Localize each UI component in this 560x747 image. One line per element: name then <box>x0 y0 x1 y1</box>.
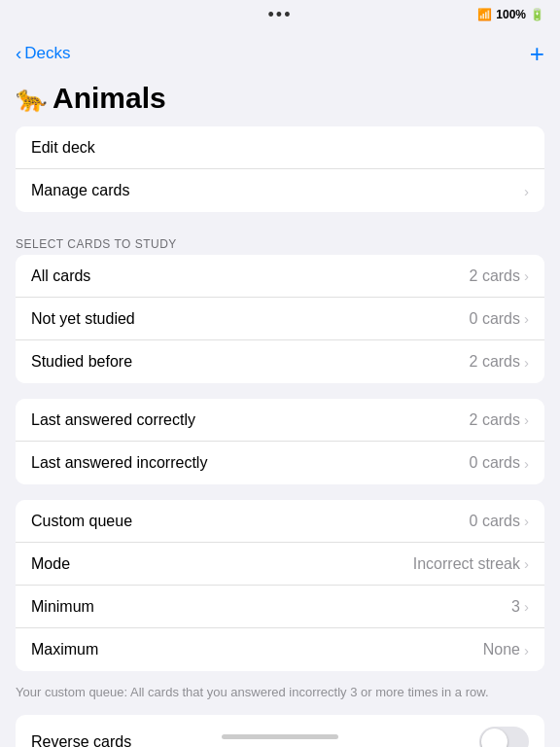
chevron-right-icon: › <box>524 455 529 472</box>
last-answered-correctly-label: Last answered correctly <box>31 411 195 429</box>
manage-cards-right: › <box>524 183 529 199</box>
edit-deck-label: Edit deck <box>31 139 95 157</box>
not-yet-studied-label: Not yet studied <box>31 310 135 328</box>
back-button[interactable]: ‹ Decks <box>16 43 71 64</box>
home-indicator <box>222 734 338 739</box>
custom-queue-right: 0 cards › <box>470 513 529 530</box>
title-emoji: 🐆 <box>16 84 47 114</box>
reverse-cards-row[interactable]: Reverse cards <box>16 715 544 747</box>
chevron-right-icon: › <box>524 183 529 199</box>
battery-icon: 🔋 <box>530 8 544 21</box>
back-chevron-icon: ‹ <box>16 43 21 64</box>
all-cards-row[interactable]: All cards 2 cards › <box>16 255 544 298</box>
top-section: Edit deck Manage cards › <box>16 126 544 212</box>
select-section-label: SELECT CARDS TO STUDY <box>0 231 560 255</box>
not-yet-studied-value: 0 cards <box>470 310 520 328</box>
manage-cards-label: Manage cards <box>31 182 129 199</box>
status-bar: ••• 📶 100% 🔋 <box>0 0 560 29</box>
custom-queue-row[interactable]: Custom queue 0 cards › <box>16 500 544 543</box>
back-label[interactable]: Decks <box>24 44 70 63</box>
wifi-icon: 📶 <box>477 8 492 21</box>
maximum-value: None <box>483 641 520 658</box>
chevron-right-icon: › <box>524 513 529 529</box>
not-yet-studied-right: 0 cards › <box>470 310 529 328</box>
all-cards-value: 2 cards <box>470 267 520 285</box>
maximum-right: None › <box>483 641 529 658</box>
mode-label: Mode <box>31 555 70 573</box>
chevron-right-icon: › <box>524 267 529 284</box>
mode-row[interactable]: Mode Incorrect streak › <box>16 543 544 586</box>
maximum-row[interactable]: Maximum None › <box>16 628 544 671</box>
studied-before-row[interactable]: Studied before 2 cards › <box>16 340 544 383</box>
status-right: 📶 100% 🔋 <box>477 8 544 21</box>
chevron-right-icon: › <box>524 411 529 428</box>
last-answered-correctly-right: 2 cards › <box>470 411 529 429</box>
status-dots: ••• <box>268 5 293 25</box>
studied-before-label: Studied before <box>31 353 132 371</box>
chevron-right-icon: › <box>524 642 529 658</box>
page-title-row: 🐆 Animals <box>0 78 560 126</box>
minimum-label: Minimum <box>31 598 94 616</box>
maximum-label: Maximum <box>31 641 98 658</box>
minimum-row[interactable]: Minimum 3 › <box>16 586 544 628</box>
toggle-knob <box>481 729 508 747</box>
reverse-section: Reverse cards <box>16 715 544 747</box>
studied-before-value: 2 cards <box>470 353 520 371</box>
custom-queue-info: Your custom queue: All cards that you an… <box>0 679 560 707</box>
last-answered-correctly-value: 2 cards <box>470 411 520 429</box>
select-section-label-container: SELECT CARDS TO STUDY <box>0 231 560 255</box>
all-cards-label: All cards <box>31 267 90 285</box>
reverse-cards-label: Reverse cards <box>31 733 131 748</box>
mode-right: Incorrect streak › <box>413 555 529 573</box>
studied-before-right: 2 cards › <box>470 353 529 371</box>
answer-section: Last answered correctly 2 cards › Last a… <box>16 399 544 484</box>
last-answered-incorrectly-value: 0 cards <box>470 454 520 472</box>
last-answered-correctly-row[interactable]: Last answered correctly 2 cards › <box>16 399 544 442</box>
reverse-cards-toggle-container <box>479 727 529 747</box>
select-section: All cards 2 cards › Not yet studied 0 ca… <box>16 255 544 383</box>
minimum-value: 3 <box>511 598 520 616</box>
reverse-cards-toggle[interactable] <box>479 727 529 747</box>
spacer2 <box>0 391 560 399</box>
chevron-right-icon: › <box>524 555 529 572</box>
manage-cards-row[interactable]: Manage cards › <box>16 169 544 212</box>
spacer3 <box>0 492 560 500</box>
chevron-right-icon: › <box>524 598 529 615</box>
not-yet-studied-row[interactable]: Not yet studied 0 cards › <box>16 298 544 340</box>
page-title: Animals <box>52 82 166 115</box>
last-answered-incorrectly-right: 0 cards › <box>470 454 529 472</box>
all-cards-right: 2 cards › <box>470 267 529 285</box>
last-answered-incorrectly-row[interactable]: Last answered incorrectly 0 cards › <box>16 442 544 484</box>
add-button[interactable]: + <box>530 41 544 66</box>
custom-queue-label: Custom queue <box>31 513 132 530</box>
custom-section: Custom queue 0 cards › Mode Incorrect st… <box>16 500 544 671</box>
spacer1 <box>0 220 560 228</box>
custom-queue-value: 0 cards <box>470 513 520 530</box>
spacer4 <box>0 707 560 715</box>
chevron-right-icon: › <box>524 310 529 327</box>
last-answered-incorrectly-label: Last answered incorrectly <box>31 454 207 472</box>
nav-bar: ‹ Decks + <box>0 29 560 78</box>
edit-deck-row[interactable]: Edit deck <box>16 126 544 169</box>
battery-label: 100% <box>496 8 526 21</box>
mode-value: Incorrect streak <box>413 555 520 573</box>
minimum-right: 3 › <box>511 598 529 616</box>
chevron-right-icon: › <box>524 354 529 371</box>
